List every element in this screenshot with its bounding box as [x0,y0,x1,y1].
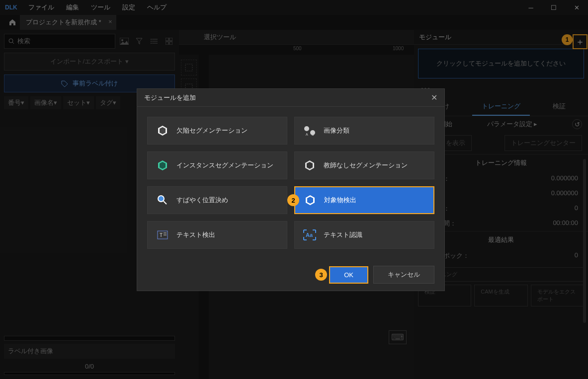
module-label: インスタンスセグメンテーション [176,161,273,170]
modal-close-icon[interactable]: ✕ [431,93,437,102]
module-label: 教師なしセグメンテーション [324,161,408,170]
modal-title: モジュールを追加 [144,93,196,102]
hexagon-outline-icon [303,158,317,172]
module-label: 画像分類 [324,126,349,135]
hexagon-icon [303,193,317,207]
add-module-modal: モジュールを追加 ✕ 欠陥セグメンテーション AB 画像分類 インスタンスセグメ… [137,88,445,291]
svg-marker-29 [307,197,313,204]
module-text-detection[interactable]: T テキスト検出 [147,221,287,249]
text-detect-icon: T [156,228,169,242]
text-recog-icon: Aa [303,228,317,242]
bolts-icon: AB [303,124,317,138]
cancel-button[interactable]: キャンセル [373,266,434,284]
hexagon-green-icon [156,158,169,172]
hexagon-icon [156,124,169,138]
ok-button[interactable]: OK [329,266,368,284]
magnifier-icon [156,193,169,207]
module-label: すばやく位置決め [176,196,228,205]
svg-point-26 [158,196,164,202]
module-text-recognition[interactable]: Aa テキスト認識 [294,221,434,249]
module-label: 欠陥セグメンテーション [176,126,248,135]
badge-2: 2 [287,194,299,206]
svg-marker-25 [307,162,313,169]
module-defect-segmentation[interactable]: 欠陥セグメンテーション [147,117,287,145]
svg-point-18 [304,126,309,131]
module-object-detection[interactable]: 2 対象物検出 [294,186,434,214]
svg-marker-17 [160,127,166,134]
module-instance-segmentation[interactable]: インスタンスセグメンテーション [147,152,287,179]
svg-line-27 [164,201,167,204]
svg-text:Aa: Aa [306,232,313,238]
svg-marker-23 [160,162,166,169]
svg-text:B: B [312,133,314,136]
module-image-classification[interactable]: AB 画像分類 [294,117,434,145]
module-label: 対象物検出 [324,196,356,205]
module-unsupervised-segmentation[interactable]: 教師なしセグメンテーション [294,152,434,179]
svg-text:T: T [160,232,163,238]
badge-3: 3 [315,269,327,281]
svg-text:A: A [306,133,308,136]
module-fast-positioning[interactable]: すばやく位置決め [147,186,287,214]
module-label: テキスト認識 [324,230,362,239]
module-label: テキスト検出 [176,230,215,239]
